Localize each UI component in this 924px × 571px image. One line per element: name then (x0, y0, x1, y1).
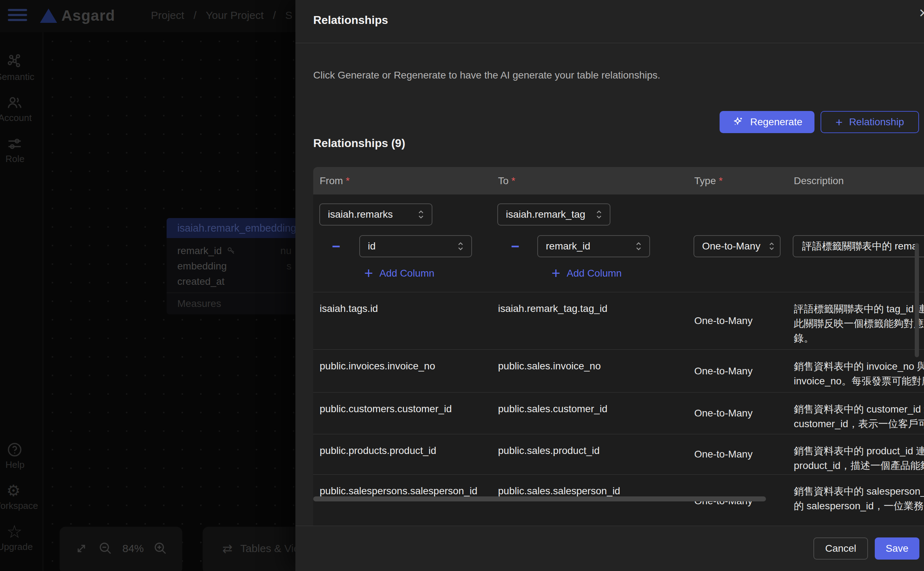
row-to: public.sales.customer_id (498, 393, 694, 434)
sidebar-item-label: Account (0, 113, 38, 123)
cancel-button[interactable]: Cancel (813, 537, 868, 560)
save-button[interactable]: Save (875, 537, 919, 560)
from-table-select[interactable]: isaiah.remarks (319, 204, 433, 225)
plus-icon: + (836, 115, 843, 129)
zoom-out-icon[interactable] (98, 541, 113, 556)
relationship-type-select[interactable]: One-to-Many (693, 235, 781, 257)
vertical-scrollbar[interactable] (915, 243, 919, 357)
zoom-in-icon[interactable] (153, 541, 168, 556)
app-root: Asgard Project / Your Project / S Sema (0, 0, 924, 571)
relationships-modal: Relationships × Click Generate or Regene… (296, 0, 924, 571)
tables-views-label: Tables & Vie (240, 542, 300, 555)
table-field-embedding[interactable]: embedding s (166, 258, 300, 274)
sidebar-item-label: Semantic (0, 71, 38, 82)
gear-icon: ⚙ (0, 483, 43, 499)
menu-icon[interactable] (8, 9, 28, 23)
relationship-row[interactable]: public.customers.customer_id public.sale… (313, 392, 924, 434)
row-from: public.customers.customer_id (313, 393, 498, 434)
sidebar-item-label: Role (0, 153, 38, 165)
required-asterisk: * (719, 175, 723, 186)
to-column-select[interactable]: remark_id (537, 235, 650, 257)
sidebar-item-label: Help (0, 459, 38, 471)
table-card-remark-embeddings[interactable]: isaiah.remark_embeddings remark_id nu em… (166, 218, 300, 315)
row-to: public.sales.invoice_no (498, 350, 694, 392)
add-from-column-button[interactable]: + Add Column (364, 266, 434, 281)
row-to: public.sales.product_id (498, 434, 694, 474)
row-from: public.products.product_id (313, 434, 498, 474)
row-description: 銷售資料表中的 customer_id 連 customer_id，表示一位客戶… (794, 393, 924, 434)
add-column-label: Add Column (380, 268, 434, 279)
expand-icon[interactable] (74, 541, 89, 556)
field-name: remark_id (177, 245, 222, 256)
field-type: nu (280, 245, 291, 256)
horizontal-scrollbar[interactable] (313, 496, 766, 502)
column-header-type: Type* (694, 175, 794, 187)
chevron-updown-icon (768, 241, 776, 251)
sidebar-item-help[interactable]: Help (0, 441, 43, 471)
breadcrumb: Project / Your Project / S (151, 9, 292, 22)
asgard-logo-icon (40, 9, 57, 23)
row-type: One-to-Many (694, 393, 794, 434)
column-header-description: Description (794, 175, 924, 187)
close-icon[interactable]: × (919, 5, 924, 21)
sidebar-item-upgrade[interactable]: ☆ Upgrade (0, 523, 43, 552)
required-asterisk: * (511, 175, 516, 186)
from-table-value: isaiah.remarks (328, 209, 393, 220)
field-name: embedding (177, 261, 227, 272)
swap-arrows-icon: ⇄ (222, 542, 233, 556)
description-value: 評語標籤關聯表中的 rema (802, 239, 918, 253)
key-icon (226, 246, 236, 256)
regenerate-button[interactable]: Regenerate (719, 111, 815, 133)
table-field-remark-id[interactable]: remark_id nu (166, 243, 300, 258)
relationship-row[interactable]: public.invoices.invoice_no public.sales.… (313, 349, 924, 392)
add-relationship-label: Relationship (849, 116, 904, 128)
relationship-row[interactable]: public.products.product_id public.sales.… (313, 434, 924, 474)
semantic-graph-icon (0, 54, 43, 70)
to-table-value: isaiah.remark_tag (506, 209, 585, 220)
to-table-select[interactable]: isaiah.remark_tag (497, 204, 610, 225)
breadcrumb-your-project[interactable]: Your Project (206, 9, 263, 22)
zoom-controls: 84% (60, 527, 182, 571)
breadcrumb-project[interactable]: Project (151, 9, 184, 22)
modal-footer: Cancel Save (296, 526, 924, 571)
row-description: 評語標籤關聯表中的 tag_id 連結 此關聯反映一個標籤能夠對應 錄。 (794, 292, 924, 349)
sparkle-icon (732, 116, 745, 128)
required-asterisk: * (346, 175, 350, 186)
plus-icon: + (551, 266, 561, 281)
add-relationship-button[interactable]: + Relationship (821, 111, 919, 133)
sidebar-item-label: Workspace (0, 500, 38, 511)
help-circle-icon (0, 441, 43, 458)
sidebar-item-account[interactable]: Account (0, 94, 43, 123)
sidebar-item-semantic[interactable]: Semantic (0, 54, 43, 82)
row-description: 銷售資料表中的 invoice_no 與 invoice_no。每張發票可能對應 (794, 350, 924, 392)
sidebar-item-role[interactable]: Role (0, 136, 43, 165)
row-type: One-to-Many (694, 350, 794, 392)
relationships-table: From* To* Type* Description isaiah.remar… (313, 167, 924, 526)
relationship-editor-row: isaiah.remarks isaiah.remark_tag − (313, 194, 924, 292)
remove-from-column-button[interactable]: − (330, 240, 342, 253)
row-to: isaiah.remark_tag.tag_id (498, 292, 694, 349)
row-type: One-to-Many (694, 434, 794, 474)
add-to-column-button[interactable]: + Add Column (551, 266, 622, 281)
column-header-to: To* (498, 175, 694, 187)
sidebar-item-workspace[interactable]: ⚙ Workspace (0, 483, 43, 511)
breadcrumb-separator: / (193, 9, 196, 22)
sliders-icon (0, 136, 43, 152)
from-column-select[interactable]: id (359, 235, 472, 257)
table-card-title[interactable]: isaiah.remark_embeddings (166, 218, 300, 238)
row-type: One-to-Many (694, 292, 794, 349)
modal-actions: Regenerate + Relationship (719, 111, 919, 133)
field-name: created_at (177, 276, 225, 287)
chevron-updown-icon (417, 209, 425, 220)
remove-to-column-button[interactable]: − (509, 240, 522, 253)
row-description: 銷售資料表中的 salesperson_id 的 salesperson_id，… (794, 475, 924, 526)
plus-icon: + (364, 266, 373, 281)
regenerate-label: Regenerate (750, 116, 802, 128)
modal-body: Click Generate or Regenerate to have the… (296, 43, 924, 526)
breadcrumb-separator: / (273, 9, 276, 22)
sidebar-item-label: Upgrade (0, 542, 38, 552)
relationship-row[interactable]: isaiah.tags.id isaiah.remark_tag.tag_id … (313, 292, 924, 349)
description-input[interactable]: 評語標籤關聯表中的 rema (793, 235, 924, 257)
table-field-created-at[interactable]: created_at (166, 274, 300, 289)
field-type: s (286, 261, 291, 272)
